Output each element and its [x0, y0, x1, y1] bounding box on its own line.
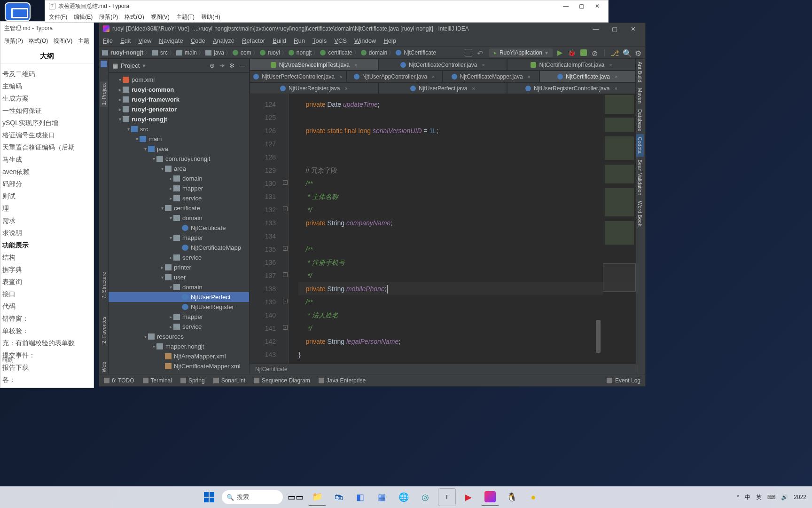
outline-item[interactable]: 提交事件： — [2, 349, 92, 361]
close-tab-icon[interactable]: × — [344, 86, 347, 91]
profile-icon[interactable]: ⊘ — [592, 49, 599, 56]
tree-node[interactable]: NjtUserRegister — [109, 302, 249, 312]
menu-item[interactable]: 段落(P) — [4, 37, 23, 45]
menu-item[interactable]: Navigate — [159, 37, 183, 44]
outline-item[interactable]: 单校验： — [2, 325, 92, 337]
menu-item[interactable]: Code — [191, 37, 205, 44]
code-editor[interactable]: 1241251261271281291301311321331341351361… — [250, 94, 636, 364]
editor-tab[interactable]: NjtUserAppController.java× — [346, 71, 443, 82]
tree-node[interactable]: mapper — [109, 312, 249, 322]
outline-item[interactable]: 主编码 — [2, 80, 92, 92]
project-tree[interactable]: pom.xmlruoyi-commonruoyi-frameworkruoyi-… — [109, 73, 249, 374]
youtube-taskbar-icon[interactable]: ▶ — [460, 488, 477, 506]
explorer-taskbar-icon[interactable]: 📁 — [308, 488, 326, 506]
tree-node[interactable]: ruoyi-common — [109, 85, 249, 95]
database-tool-tab[interactable]: Database — [636, 106, 644, 134]
tree-node[interactable]: ruoyi-nongjt — [109, 114, 249, 124]
close-button[interactable]: ✕ — [625, 25, 641, 32]
menu-item[interactable]: Analyze — [213, 37, 234, 44]
close-tab-icon[interactable]: × — [609, 62, 612, 68]
menu-item[interactable]: Help — [383, 37, 396, 44]
project-tool-icon[interactable] — [101, 61, 107, 67]
ime-indicator[interactable]: 中 — [745, 493, 750, 501]
project-tool-tab[interactable]: 1: Project — [100, 81, 108, 107]
ime-lang-indicator[interactable]: 英 — [756, 493, 762, 501]
tree-node[interactable]: NjtUserPerfect — [109, 292, 249, 302]
menu-item[interactable]: File — [103, 37, 113, 44]
maximize-button[interactable]: ▢ — [606, 25, 623, 32]
outline-item[interactable]: 据字典 — [2, 263, 92, 276]
menu-item[interactable]: 格式(O) — [29, 37, 48, 45]
store-taskbar-icon[interactable]: 🛍 — [330, 488, 348, 506]
menu-item[interactable]: Edit — [120, 37, 131, 44]
editor-tab[interactable]: NjtAreaServiceImplTest.java× — [250, 59, 378, 71]
ij-titlebar[interactable]: ruoyi [D:\idea\36期\RuoYi-Vue] - ...\ruoy… — [99, 23, 645, 34]
structure-tool-tab[interactable]: 7: Structure — [100, 270, 108, 301]
codota-tool-tab[interactable]: Codota — [636, 134, 644, 156]
menu-item[interactable]: Tools — [312, 37, 327, 44]
tree-node[interactable]: printer — [109, 262, 249, 272]
breadcrumb-item[interactable]: NjtCertificate — [255, 366, 288, 373]
tree-node[interactable]: domain — [109, 213, 249, 223]
outline-item[interactable]: 结构 — [2, 251, 92, 263]
outline-item[interactable]: 各： — [2, 373, 92, 386]
keyboard-icon[interactable]: ⌨ — [767, 494, 775, 500]
breadcrumb-item[interactable]: java — [214, 49, 224, 56]
breadcrumb-item[interactable]: ruoyi-nongjt — [110, 49, 143, 56]
menu-item[interactable]: 主题 — [78, 37, 89, 45]
menu-item[interactable]: View — [138, 37, 151, 44]
close-tab-icon[interactable]: × — [432, 74, 435, 79]
menu-item[interactable]: Refactor — [242, 37, 265, 44]
select-opened-icon[interactable]: ⊕ — [210, 62, 215, 69]
editor-tab[interactable]: NjtCertificateController.java× — [378, 59, 507, 71]
maven-tool-tab[interactable]: Maven — [636, 85, 644, 106]
outline-item[interactable]: 功能展示 — [2, 239, 92, 251]
outline-item[interactable]: 表查询 — [2, 276, 92, 288]
breadcrumb-item[interactable]: src — [160, 49, 168, 56]
status-tool-spring[interactable]: Spring — [180, 377, 205, 384]
outline-item[interactable]: 需求 — [2, 214, 92, 227]
outline-item[interactable]: 报告下载 — [2, 361, 92, 373]
back-icon[interactable]: ↶ — [477, 49, 484, 56]
tree-node[interactable]: ruoyi-framework — [109, 95, 249, 104]
menu-item[interactable]: VCS — [334, 37, 347, 44]
tree-node[interactable]: ruoyi-generator — [109, 104, 249, 114]
outline-item[interactable]: 码部分 — [2, 178, 92, 190]
hide-icon[interactable]: — — [239, 62, 245, 69]
fold-gutter[interactable]: - - - - - - — [282, 94, 289, 364]
breadcrumb-item[interactable]: certificate — [328, 49, 352, 56]
menu-item[interactable]: 编辑(E) — [74, 13, 93, 21]
app-taskbar-icon[interactable]: ▦ — [373, 488, 391, 506]
breadcrumb-item[interactable]: main — [185, 49, 197, 56]
minimap[interactable] — [603, 94, 636, 364]
tree-node[interactable]: certificate — [109, 203, 249, 213]
git-icon[interactable]: ⎇ — [610, 49, 618, 56]
menu-item[interactable]: Run — [294, 37, 305, 44]
outline-item[interactable]: 天重置合格证编码（后期 — [2, 141, 92, 153]
tree-node[interactable]: com.ruoyi.nongjt — [109, 154, 249, 164]
web-tool-tab[interactable]: Web — [100, 360, 108, 374]
tree-node[interactable]: NjtAreaMapper.xml — [109, 351, 249, 361]
typora-taskbar-icon[interactable]: T — [438, 488, 456, 506]
outline-item[interactable]: 理 — [2, 202, 92, 214]
ant-tool-tab[interactable]: Ant Build — [636, 59, 644, 85]
search-icon[interactable]: 🔍 — [623, 49, 630, 56]
bean-validation-tool-tab[interactable]: Bean Validation — [636, 157, 644, 198]
tray-chevron-icon[interactable]: ^ — [737, 494, 740, 500]
minimize-button[interactable]: — — [559, 3, 573, 9]
tree-node[interactable]: service — [109, 193, 249, 203]
tree-node[interactable]: domain — [109, 282, 249, 292]
code-content[interactable]: private Date updateTime; private static … — [289, 94, 636, 364]
gear-icon[interactable]: ✻ — [229, 62, 234, 69]
close-button[interactable]: ✕ — [590, 3, 604, 9]
tree-node[interactable]: src — [109, 124, 249, 134]
close-tab-icon[interactable]: × — [339, 74, 342, 79]
ij-breadcrumb[interactable]: ruoyi-nongjt〉src〉main〉java〉com〉ruoyi〉non… — [102, 49, 436, 57]
app-taskbar-icon[interactable]: ● — [524, 488, 542, 506]
tree-node[interactable]: user — [109, 272, 249, 282]
minimize-button[interactable]: — — [587, 25, 604, 32]
menu-item[interactable]: 帮助(H) — [201, 13, 220, 21]
tree-node[interactable]: service — [109, 253, 249, 262]
tree-node[interactable]: domain — [109, 174, 249, 183]
breadcrumb-item[interactable]: domain — [369, 49, 387, 56]
